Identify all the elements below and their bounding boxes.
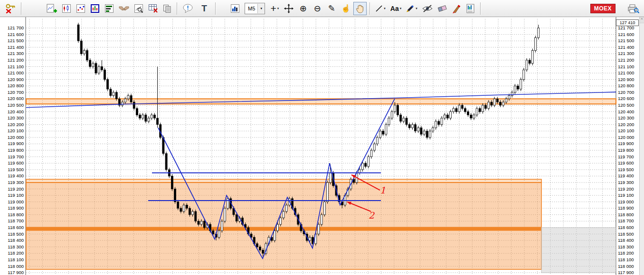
y-axis-label-left: 118 900 bbox=[8, 205, 24, 211]
toolbar-separator bbox=[480, 2, 481, 15]
chart-search-button[interactable] bbox=[132, 2, 145, 15]
y-axis-label-left: 121 000 bbox=[8, 70, 24, 75]
pan-button[interactable] bbox=[353, 2, 367, 15]
chevron-down-icon: ▾ bbox=[384, 7, 386, 10]
price-chart[interactable]: 121 700121 700121 600121 600121 500121 5… bbox=[0, 17, 644, 275]
y-axis-label-right: 117 900 bbox=[618, 270, 634, 275]
y-axis-label-left: 120 900 bbox=[8, 77, 24, 82]
font-tool-button[interactable]: Aa ▾ bbox=[388, 2, 403, 15]
y-axis-label-left: 120 800 bbox=[8, 83, 24, 88]
aa-label: Aa bbox=[390, 5, 399, 12]
y-axis-label-left: 121 400 bbox=[8, 45, 24, 50]
y-axis-label-right: 119 100 bbox=[618, 192, 634, 198]
y-axis-label-left: 119 500 bbox=[8, 167, 24, 172]
y-axis-label-left: 118 100 bbox=[8, 257, 24, 262]
y-axis-label-right: 118 400 bbox=[618, 238, 634, 243]
last-price-box: 127 410 bbox=[616, 19, 639, 26]
y-axis-label-right: 119 400 bbox=[618, 173, 634, 178]
y-axis-label-right: 121 100 bbox=[618, 64, 634, 69]
y-axis-label-left: 121 100 bbox=[8, 64, 24, 69]
y-axis-label-right: 119 300 bbox=[618, 180, 634, 185]
red-x-icon bbox=[7, 9, 10, 13]
handshake-icon bbox=[119, 5, 129, 12]
zone-right-gray-area[interactable] bbox=[541, 228, 616, 273]
report-button[interactable] bbox=[464, 2, 477, 15]
zoom-out-button[interactable]: ⊖ bbox=[311, 2, 324, 15]
copy-button[interactable] bbox=[161, 2, 174, 15]
eye-slash-icon bbox=[422, 5, 433, 12]
toolbar-separator bbox=[215, 2, 216, 15]
y-axis-label-left: 121 300 bbox=[8, 51, 24, 56]
toolbar-separator bbox=[369, 2, 370, 15]
y-axis-label-left: 118 200 bbox=[8, 250, 24, 256]
y-axis-label-right: 118 000 bbox=[618, 264, 634, 269]
y-axis-label-right: 118 700 bbox=[618, 218, 634, 223]
zoom-in-icon: ⊕ bbox=[300, 4, 307, 13]
eraser-button[interactable] bbox=[436, 2, 449, 15]
toolbar-separator bbox=[177, 2, 178, 15]
y-axis-label-right: 119 500 bbox=[618, 167, 634, 172]
y-axis-label-right: 118 300 bbox=[618, 244, 634, 249]
chevron-down-icon: ▾ bbox=[416, 7, 417, 10]
y-axis-label-left: 119 000 bbox=[8, 199, 24, 204]
y-axis-label-left: 119 800 bbox=[8, 147, 24, 153]
zone-inner-orange-band[interactable] bbox=[26, 227, 541, 231]
new-chart-button[interactable] bbox=[45, 2, 59, 15]
deals-button[interactable] bbox=[117, 2, 131, 15]
y-axis-label-right: 120 400 bbox=[618, 109, 634, 114]
chart-style-button[interactable] bbox=[228, 2, 242, 15]
y-axis-label-right: 119 600 bbox=[618, 160, 634, 165]
zoom-in-button[interactable]: ⊕ bbox=[296, 2, 310, 15]
y-axis-label-right: 121 600 bbox=[618, 32, 634, 37]
move-button[interactable] bbox=[282, 2, 295, 15]
pointing-hand-icon: ☝ bbox=[341, 5, 350, 12]
marker-tool-button[interactable]: ▾ bbox=[404, 2, 419, 15]
y-axis-label-left: 118 500 bbox=[8, 231, 24, 237]
bars-chart-button[interactable] bbox=[103, 2, 116, 15]
diagonal-line-icon bbox=[375, 5, 383, 12]
key-icon bbox=[5, 3, 16, 14]
vertical-scrollbar[interactable]: ^ bbox=[639, 17, 644, 275]
y-axis-label-left: 120 100 bbox=[8, 128, 24, 133]
y-axis-label-left: 118 600 bbox=[8, 225, 24, 230]
y-axis-label-left: 121 600 bbox=[8, 32, 24, 37]
text-tool-button[interactable]: T bbox=[196, 2, 212, 15]
line-tool-button[interactable]: ▾ bbox=[373, 2, 388, 15]
y-axis-label-right: 118 900 bbox=[618, 205, 634, 211]
crosshair-button[interactable]: + ▾ bbox=[268, 2, 281, 15]
y-axis-label-right: 120 000 bbox=[618, 135, 634, 140]
y-axis-label-right: 119 800 bbox=[618, 147, 634, 153]
print-button[interactable] bbox=[625, 2, 641, 15]
y-axis-label-right: 121 000 bbox=[618, 70, 634, 75]
scroll-up-button[interactable]: ^ bbox=[640, 17, 644, 23]
candle-chart-button[interactable] bbox=[60, 2, 73, 15]
delete-table-button[interactable] bbox=[146, 2, 160, 15]
y-axis-label-left: 120 400 bbox=[8, 109, 24, 114]
frame-chart-button[interactable] bbox=[88, 2, 102, 15]
timeframe-select[interactable]: M5 ▾ bbox=[245, 3, 265, 14]
y-axis-label-right: 118 200 bbox=[618, 250, 634, 256]
brush-button[interactable] bbox=[450, 2, 463, 15]
y-axis-label-right: 121 300 bbox=[618, 51, 634, 56]
chevron-down-icon: ▾ bbox=[277, 7, 279, 10]
connection-status-button[interactable] bbox=[3, 2, 18, 15]
hide-drawings-button[interactable] bbox=[420, 2, 435, 15]
y-axis-label-right: 120 300 bbox=[618, 115, 634, 120]
toolbar-separator bbox=[21, 2, 22, 15]
scatter-chart-button[interactable] bbox=[74, 2, 87, 15]
pointer-button[interactable]: ☝ bbox=[339, 2, 352, 15]
zone-support-band-top[interactable] bbox=[26, 179, 541, 183]
zoom-out-icon: ⊖ bbox=[314, 4, 321, 13]
y-axis-label-right: 120 800 bbox=[618, 83, 634, 88]
y-axis-label-left: 120 500 bbox=[8, 102, 24, 108]
candle-chart-icon bbox=[62, 4, 71, 13]
zone-support-area[interactable] bbox=[26, 183, 541, 269]
printer-search-icon bbox=[627, 3, 639, 13]
comment-button[interactable] bbox=[180, 2, 195, 15]
y-axis-label-left: 121 500 bbox=[8, 38, 24, 43]
pencil-button[interactable]: ✎ bbox=[325, 2, 338, 15]
table-x-icon bbox=[149, 4, 158, 13]
y-axis-label-left: 118 300 bbox=[8, 244, 24, 249]
y-axis-label-right: 120 700 bbox=[618, 90, 634, 95]
y-axis-label-left: 119 700 bbox=[8, 154, 24, 159]
